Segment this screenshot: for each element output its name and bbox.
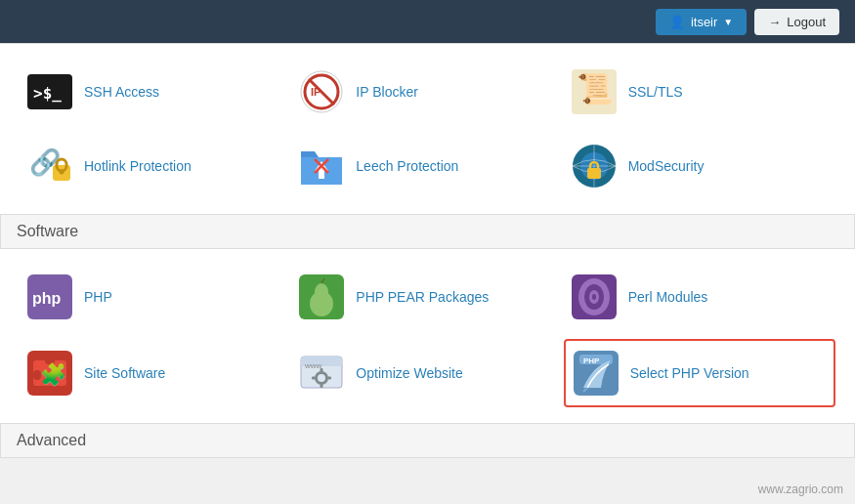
sidebar-item-perl-modules[interactable]: Perl Modules: [564, 265, 835, 329]
sidebar-item-optimize-website[interactable]: www Optimize Website: [291, 339, 563, 407]
ssh-icon: >$_: [27, 69, 72, 114]
svg-rect-45: [321, 368, 323, 372]
ssl-icon: 📜: [572, 69, 617, 114]
ssl-tls-label: SSL/TLS: [628, 84, 683, 100]
software-items-grid: php PHP PHP PEAR Packages: [0, 249, 855, 423]
software-section-header: Software: [0, 214, 855, 249]
svg-point-34: [592, 294, 596, 300]
caret-down-icon: ▼: [723, 17, 733, 27]
svg-text:IP: IP: [311, 86, 321, 98]
svg-point-12: [60, 170, 64, 175]
leech-icon: [299, 144, 344, 189]
mod-security-label: ModSecurity: [628, 158, 705, 174]
ip-blocker-label: IP Blocker: [356, 84, 418, 100]
svg-text:>$_: >$_: [33, 84, 62, 103]
modsec-icon: [572, 144, 617, 189]
php-pear-label: PHP PEAR Packages: [356, 289, 489, 305]
php-label: PHP: [84, 289, 112, 305]
main-content: >$_ SSH Access IP IP Blocker: [0, 43, 855, 458]
watermark-text: www.zagrio.com: [758, 483, 843, 496]
svg-rect-46: [321, 384, 323, 388]
sidebar-item-ip-blocker[interactable]: IP IP Blocker: [291, 60, 563, 124]
topbar: 👤 itseir ▼ → Logout: [0, 0, 855, 43]
php-pear-icon: [299, 274, 344, 319]
ssh-access-label: SSH Access: [84, 84, 159, 100]
svg-point-44: [318, 374, 325, 382]
sidebar-item-leech-protection[interactable]: Leech Protection: [291, 134, 563, 198]
sidebar-item-hotlink-protection[interactable]: 🔗 Hotlink Protection: [20, 134, 291, 198]
sidebar-item-ssh-access[interactable]: >$_ SSH Access: [20, 60, 291, 124]
logout-icon: →: [768, 15, 781, 29]
select-php-icon: PHP: [574, 351, 619, 396]
svg-text:php: php: [32, 290, 62, 307]
sidebar-item-mod-security[interactable]: ModSecurity: [564, 134, 835, 198]
sidebar-item-php-pear[interactable]: PHP PEAR Packages: [291, 265, 563, 329]
user-icon: 👤: [669, 15, 685, 29]
sidebar-item-select-php-version[interactable]: PHP Select PHP Version: [564, 339, 835, 407]
perl-icon: [572, 274, 617, 319]
sidebar-item-ssl-tls[interactable]: 📜 SSL/TLS: [564, 60, 835, 124]
logout-button[interactable]: → Logout: [754, 9, 839, 35]
optimize-website-label: Optimize Website: [356, 365, 462, 381]
svg-text:🧩: 🧩: [40, 361, 67, 388]
site-software-label: Site Software: [84, 365, 165, 381]
svg-rect-48: [327, 377, 331, 380]
software-section-title: Software: [17, 223, 78, 239]
php-icon: php: [27, 274, 72, 319]
svg-rect-47: [312, 377, 316, 380]
perl-modules-label: Perl Modules: [628, 289, 708, 305]
hotlink-icon: 🔗: [27, 144, 72, 189]
site-software-icon: 🧩: [27, 351, 72, 396]
username-label: itseir: [691, 15, 717, 29]
footer-watermark: www.zagrio.com: [758, 483, 843, 496]
svg-point-28: [315, 283, 328, 301]
sidebar-item-php[interactable]: php PHP: [20, 265, 291, 329]
logout-label: Logout: [787, 15, 826, 29]
hotlink-protection-label: Hotlink Protection: [84, 158, 192, 174]
svg-text:PHP: PHP: [583, 357, 600, 365]
ip-blocker-icon: IP: [299, 69, 344, 114]
svg-text:📜: 📜: [577, 71, 614, 106]
advanced-section-title: Advanced: [17, 432, 86, 448]
advanced-section-header: Advanced: [0, 423, 855, 458]
user-menu-button[interactable]: 👤 itseir ▼: [656, 9, 747, 35]
optimize-icon: www: [299, 351, 344, 396]
security-items-grid: >$_ SSH Access IP IP Blocker: [0, 44, 855, 214]
leech-protection-label: Leech Protection: [356, 158, 458, 174]
select-php-version-label: Select PHP Version: [630, 365, 749, 381]
svg-text:www: www: [304, 361, 322, 370]
sidebar-item-site-software[interactable]: 🧩 Site Software: [20, 339, 291, 407]
